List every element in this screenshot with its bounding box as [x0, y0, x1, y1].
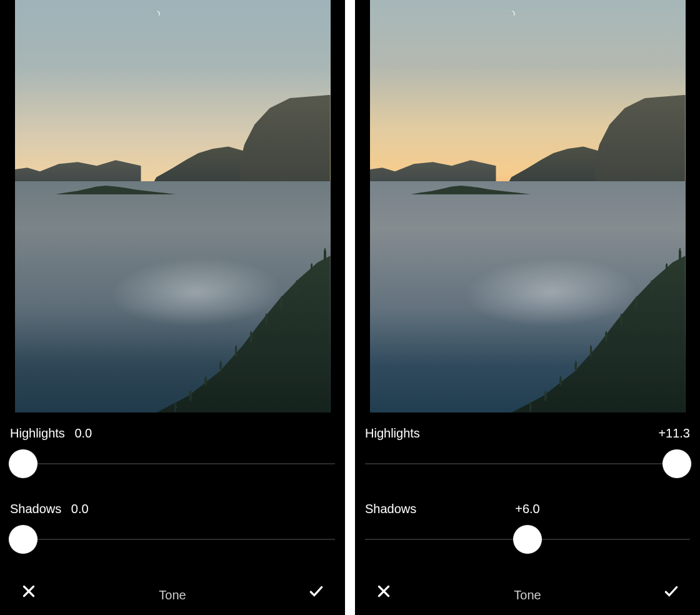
confirm-button[interactable]	[305, 580, 328, 602]
shadows-thumb[interactable]	[513, 525, 542, 554]
shadows-label: Shadows	[10, 502, 61, 516]
bottom-bar: Tone	[365, 578, 690, 615]
shadows-label: Shadows	[365, 502, 416, 516]
check-icon	[308, 583, 324, 599]
shadows-value: 0.0	[71, 502, 89, 516]
controls: Highlights 0.0 Shadows 0.0 Tone	[0, 412, 345, 615]
close-icon	[21, 583, 37, 599]
highlights-thumb[interactable]	[9, 449, 38, 478]
shadows-track[interactable]	[365, 525, 690, 554]
shadows-slider: Shadows +6.0	[365, 502, 690, 554]
highlights-value: 0.0	[74, 426, 92, 440]
cancel-button[interactable]	[18, 580, 40, 602]
highlights-value: +11.3	[658, 426, 690, 441]
highlights-track[interactable]	[365, 449, 690, 478]
highlights-label-row: Highlights +11.3	[365, 426, 690, 441]
highlights-label-row: Highlights 0.0	[10, 426, 335, 441]
tool-title: Tone	[514, 588, 541, 602]
highlights-thumb[interactable]	[662, 449, 691, 478]
highlights-track[interactable]	[10, 449, 335, 478]
highlights-slider: Highlights 0.0	[10, 426, 335, 478]
slider-track-line	[10, 539, 335, 540]
shadows-label-row: Shadows 0.0	[10, 502, 335, 516]
shadows-track[interactable]	[10, 525, 335, 554]
close-icon	[376, 583, 392, 599]
tool-title: Tone	[159, 588, 186, 602]
highlights-label: Highlights	[365, 426, 420, 441]
confirm-button[interactable]	[660, 580, 682, 602]
editor-panel-right: Highlights +11.3 Shadows +6.0 Tone	[355, 0, 700, 615]
preview-reflection	[458, 258, 644, 327]
highlights-slider: Highlights +11.3	[365, 426, 690, 478]
slider-track-line	[10, 464, 335, 464]
highlights-label: Highlights	[10, 426, 65, 440]
image-preview	[370, 0, 686, 412]
bottom-bar: Tone	[10, 578, 335, 615]
slider-track-line	[365, 464, 690, 464]
shadows-value: +6.0	[515, 502, 539, 516]
editor-panel-left: Highlights 0.0 Shadows 0.0 Tone	[0, 0, 345, 615]
shadows-label-row: Shadows +6.0	[365, 502, 690, 516]
shadows-thumb[interactable]	[9, 525, 38, 554]
check-icon	[663, 583, 679, 599]
shadows-slider: Shadows 0.0	[10, 502, 335, 554]
image-preview	[15, 0, 331, 412]
preview-reflection	[103, 258, 289, 327]
cancel-button[interactable]	[372, 580, 395, 602]
controls: Highlights +11.3 Shadows +6.0 Tone	[355, 412, 700, 615]
